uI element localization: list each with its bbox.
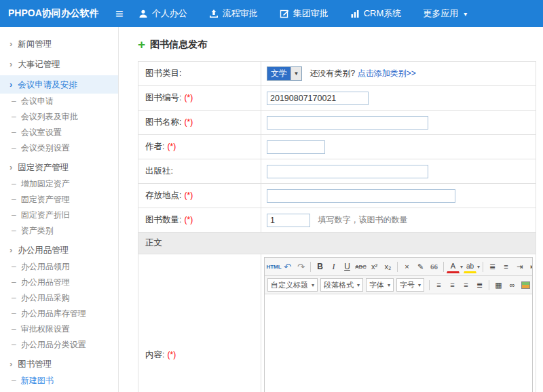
add-category-link[interactable]: 点击添加类别>>: [358, 68, 416, 78]
sidebar-item-approval-permission[interactable]: –审批权限设置: [0, 321, 118, 337]
rich-text-editor: HTML ↶ ↷ B I U ABC x² x₂ × ✎: [264, 257, 533, 392]
category-select[interactable]: 文学 ▼: [267, 66, 302, 81]
editor-content-area[interactable]: [265, 294, 532, 392]
item-label: 固定资产折旧: [21, 210, 70, 220]
sidebar-item-meeting-list[interactable]: –会议列表及审批: [0, 109, 118, 125]
dash-icon: –: [12, 324, 16, 334]
highlight-color-icon[interactable]: ab: [464, 260, 476, 273]
required-mark: (*): [184, 93, 193, 102]
nav-more-apps[interactable]: 更多应用 ▾: [423, 7, 467, 20]
font-color-icon[interactable]: A: [447, 260, 460, 273]
align-left-icon[interactable]: ≡: [432, 278, 445, 292]
nav-label: 更多应用: [423, 7, 458, 20]
blockquote-icon[interactable]: 66: [428, 260, 441, 273]
subscript-icon[interactable]: x₂: [381, 260, 394, 273]
nav-workflow-approval[interactable]: 流程审批: [209, 7, 258, 20]
category-hint: 还没有类别?: [310, 68, 355, 78]
item-label: 办公用品领用: [21, 262, 70, 271]
chevron-down-icon: ▾: [357, 282, 360, 288]
custom-heading-dropdown[interactable]: 自定义标题 ▾: [267, 278, 318, 292]
format-brush-icon[interactable]: ✎: [414, 260, 427, 273]
menu-toggle-icon[interactable]: ≡: [115, 7, 124, 20]
nav-personal-office[interactable]: 个人办公: [138, 7, 187, 20]
app-window: PHPOA协同办公软件 ≡ 个人办公 流程审批 集团审批 CRM系统 更多应用 …: [0, 0, 543, 392]
sidebar-group-news[interactable]: ›新闻管理: [0, 35, 118, 53]
sidebar-group-meetings[interactable]: ›会议申请及安排: [0, 75, 118, 94]
table-icon[interactable]: ▦: [492, 278, 505, 292]
publisher-input[interactable]: [267, 165, 428, 178]
sidebar-item-asset-manage[interactable]: –固定资产管理: [0, 192, 118, 208]
dash-icon: –: [12, 262, 16, 271]
align-right-icon[interactable]: ≡: [460, 278, 472, 292]
underline-icon[interactable]: U: [341, 260, 354, 273]
form-row-author: 作者:(*): [138, 135, 536, 159]
sidebar-item-meeting-category[interactable]: –会议类别设置: [0, 140, 118, 156]
sidebar-item-book-manage[interactable]: –图书管理: [0, 389, 118, 392]
undo-icon[interactable]: ↶: [281, 260, 294, 273]
strikethrough-icon[interactable]: ABC: [354, 260, 367, 273]
toolbar-separator: [483, 262, 483, 272]
quantity-input[interactable]: [267, 214, 310, 227]
chevron-right-icon: ›: [10, 59, 12, 69]
sidebar-item-asset-depreciation[interactable]: –固定资产折旧: [0, 208, 118, 223]
sidebar-item-asset-add[interactable]: –增加固定资产: [0, 176, 118, 192]
form-row-book-name: 图书名称:(*): [138, 111, 536, 135]
book-no-input[interactable]: [267, 92, 369, 105]
nav-label: 个人办公: [152, 7, 187, 20]
required-mark: (*): [167, 350, 176, 359]
dash-icon: –: [12, 179, 16, 189]
field-label: 内容:: [145, 350, 164, 359]
sidebar-item-new-book[interactable]: –新建图书: [0, 373, 118, 389]
ordered-list-icon[interactable]: ≣: [486, 260, 499, 273]
indent-icon[interactable]: ⇥: [513, 260, 526, 273]
align-center-icon[interactable]: ≡: [446, 278, 459, 292]
bullet-list-icon[interactable]: ≡: [500, 260, 512, 273]
bar-chart-icon: [350, 9, 360, 18]
sidebar-group-fixed-assets[interactable]: ›固定资产管理: [0, 158, 118, 176]
book-form: 图书类目: 文学 ▼ 还没有类别? 点击添加类别>> 图书编号:(*) 图书名称…: [138, 61, 536, 392]
outdent-icon[interactable]: ⇤: [527, 260, 532, 273]
eraser-icon[interactable]: ×: [400, 260, 413, 273]
dash-icon: –: [12, 309, 16, 318]
nav-group-approval[interactable]: 集团审批: [280, 7, 329, 20]
edit-square-icon: [280, 9, 289, 18]
chevron-right-icon: ›: [10, 39, 12, 49]
italic-icon[interactable]: I: [327, 260, 340, 273]
author-input[interactable]: [267, 140, 325, 154]
book-name-input[interactable]: [267, 116, 428, 130]
dropdown-label: 段落格式: [324, 280, 354, 290]
toolbar-separator: [429, 280, 430, 290]
dash-icon: –: [12, 376, 16, 385]
insert-image-icon[interactable]: [519, 278, 532, 292]
item-label: 会议室设置: [21, 128, 62, 137]
plus-icon: +: [138, 40, 145, 50]
align-justify-icon[interactable]: ≣: [473, 278, 486, 292]
paragraph-format-dropdown[interactable]: 段落格式 ▾: [320, 278, 363, 292]
superscript-icon[interactable]: x²: [368, 260, 381, 273]
sidebar-item-supplies-purchase[interactable]: –办公用品采购: [0, 290, 118, 306]
quantity-hint: 填写数字，该图书的数量: [318, 215, 407, 224]
editor-toolbar-row2: 自定义标题 ▾ 段落格式 ▾ 字体 ▾: [265, 276, 532, 294]
redo-icon[interactable]: ↷: [295, 260, 307, 273]
sidebar-item-asset-category[interactable]: –资产类别: [0, 223, 118, 239]
item-label: 资产类别: [21, 226, 54, 235]
html-source-icon[interactable]: HTML: [267, 260, 280, 273]
location-input[interactable]: [267, 189, 455, 203]
sidebar-group-books[interactable]: ›图书管理: [0, 355, 118, 373]
sidebar-item-meeting-room[interactable]: –会议室设置: [0, 125, 118, 140]
font-family-dropdown[interactable]: 字体 ▾: [366, 278, 394, 292]
sidebar-item-supplies-claim[interactable]: –办公用品领用: [0, 259, 118, 275]
sidebar-group-events[interactable]: ›大事记管理: [0, 55, 118, 73]
sidebar-item-supplies-manage[interactable]: –办公用品管理: [0, 275, 118, 290]
sidebar-item-meeting-apply[interactable]: –会议申请: [0, 94, 118, 109]
sidebar-item-supplies-category[interactable]: –办公用品分类设置: [0, 337, 118, 353]
nav-crm-system[interactable]: CRM系统: [350, 7, 402, 20]
chevron-down-icon[interactable]: ▾: [477, 264, 480, 270]
chevron-down-icon[interactable]: ▾: [460, 264, 463, 270]
sidebar-item-supplies-stock[interactable]: –办公用品库存管理: [0, 306, 118, 321]
sidebar-group-office-supplies[interactable]: ›办公用品管理: [0, 241, 118, 259]
toolbar-separator: [443, 262, 444, 272]
font-size-dropdown[interactable]: 字号 ▾: [396, 278, 424, 292]
link-icon[interactable]: ∞: [506, 278, 519, 292]
bold-icon[interactable]: B: [314, 260, 326, 273]
